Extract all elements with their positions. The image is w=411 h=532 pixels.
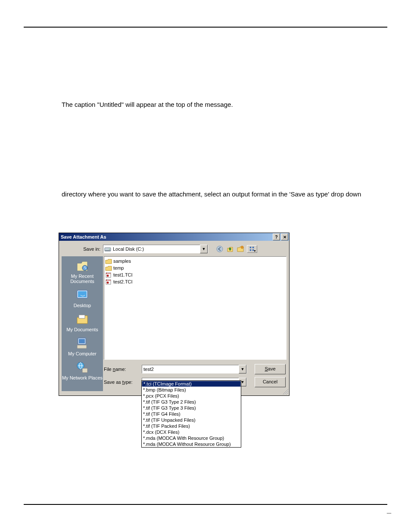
svg-rect-15 [77,345,87,348]
header-rule [24,27,387,28]
dropdown-option[interactable]: *.tif (TIF G3 Type 3 Files) [142,405,241,411]
dropdown-option[interactable]: *.pcx (PCX Files) [142,393,241,399]
svg-point-19 [107,274,109,277]
close-button[interactable]: ✕ [281,233,288,240]
place-my-network-places[interactable]: My Network Places [62,358,103,382]
dropdown-option[interactable]: *.mda (MODCA With Resource Group) [142,435,241,441]
place-recent-documents[interactable]: My Recent Documents [62,256,103,286]
new-folder-icon[interactable] [237,245,244,253]
dialog-titlebar: Save Attachment As ? ✕ [59,233,289,241]
svg-rect-11 [78,291,87,297]
svg-rect-7 [250,249,252,251]
svg-rect-5 [250,247,252,249]
svg-rect-1 [105,250,110,251]
svg-rect-17 [82,368,87,373]
dropdown-option[interactable]: *.bmp (Bitmap Files) [142,387,241,393]
page-corner-mark: _ [387,506,391,515]
place-label: My Recent Documents [62,274,103,284]
footer-rule [24,504,387,505]
svg-rect-2 [109,249,110,249]
folder-icon [105,265,112,271]
resize-grip-icon[interactable] [283,389,289,395]
svg-rect-12 [79,315,85,318]
file-list[interactable]: samples temp test1.TCI test2.TCI [104,256,286,360]
dropdown-option[interactable]: *.tif (TIF G3 Type 2 Files) [142,399,241,405]
save-in-dropdown-button[interactable]: ▼ [200,245,208,253]
file-name-input[interactable]: ▼ [142,365,247,373]
place-desktop[interactable]: Desktop [62,286,103,310]
tci-file-icon [105,272,112,278]
up-one-level-icon[interactable] [226,245,234,253]
list-item[interactable]: temp [105,264,285,271]
dropdown-option[interactable]: *.tci (TCImage Format) [142,381,241,387]
save-in-label: Save in: [83,246,100,252]
save-as-type-label: Save as type: [104,380,133,385]
place-my-computer[interactable]: My Computer [62,334,103,358]
paragraph-2: directory where you want to save the att… [62,190,385,199]
file-name-label: File name: [104,367,126,372]
dropdown-option[interactable]: *.mda (MODCA Without Resource Group) [142,441,241,447]
list-item[interactable]: test1.TCI [105,271,285,278]
save-button[interactable]: Save [255,364,286,374]
dropdown-option[interactable]: *.dcx (DCX Files) [142,429,241,435]
place-my-documents[interactable]: My Documents [62,310,103,334]
disk-icon [104,246,111,252]
dialog-title: Save Attachment As [61,234,106,240]
places-bar: My Recent Documents Desktop My Documents… [62,256,103,391]
dropdown-option[interactable]: *.tif (TIF G4 Files) [142,411,241,417]
place-label: Desktop [74,303,91,308]
svg-rect-6 [252,247,254,249]
list-item[interactable]: test2.TCI [105,278,285,285]
place-label: My Network Places [62,375,103,380]
screenshot-save-attachment-dialog: Save Attachment As ? ✕ Save in: Local Di… [59,233,290,396]
save-as-type-dropdown-list[interactable]: *.tci (TCImage Format) *.bmp (Bitmap Fil… [141,380,241,448]
help-button[interactable]: ? [273,233,280,240]
dropdown-option[interactable]: *.tif (TIF Packed Files) [142,423,241,429]
svg-point-21 [107,281,109,283]
list-item[interactable]: samples [105,258,285,264]
svg-point-3 [217,246,223,252]
tci-file-icon [105,279,112,285]
place-label: My Documents [66,327,98,332]
folder-icon [105,258,112,264]
dropdown-option[interactable]: *.tif (TIF Unpacked Files) [142,417,241,423]
paragraph-1: The caption "Untitled" will appear at th… [62,100,385,109]
file-name-dropdown-button[interactable]: ▼ [239,365,246,373]
svg-rect-14 [79,339,85,343]
cancel-button[interactable]: Cancel [255,377,286,387]
save-in-value: Local Disk (C:) [113,246,144,252]
place-label: My Computer [68,351,97,356]
back-icon[interactable] [216,245,224,253]
views-icon[interactable]: ▼ [247,245,257,253]
save-in-combo[interactable]: Local Disk (C:) ▼ [103,245,208,253]
